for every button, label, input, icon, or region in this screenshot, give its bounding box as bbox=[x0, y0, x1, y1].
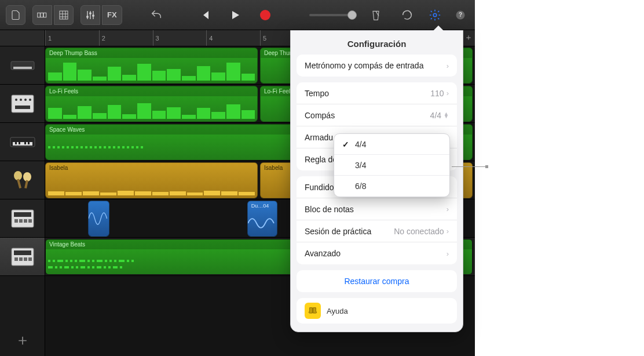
grid-button[interactable] bbox=[54, 5, 74, 25]
help-row[interactable]: Ayuda bbox=[297, 298, 457, 324]
track-headers-column: ＋ bbox=[0, 30, 45, 356]
svg-rect-27 bbox=[24, 180, 28, 188]
stepper-icon: ▲▼ bbox=[444, 112, 449, 118]
tempo-value: 110 bbox=[430, 89, 444, 98]
track-header[interactable] bbox=[0, 238, 45, 276]
notepad-row[interactable]: Bloc de notas › bbox=[297, 198, 457, 220]
svg-rect-22 bbox=[24, 142, 26, 144]
top-toolbar: FX ? bbox=[0, 0, 475, 30]
midi-notes bbox=[48, 61, 255, 81]
tempo-row[interactable]: Tempo 110› bbox=[297, 82, 457, 104]
popover-title: Configuración bbox=[297, 39, 457, 49]
svg-rect-12 bbox=[12, 95, 34, 112]
chevron-right-icon: › bbox=[447, 61, 449, 70]
settings-group: Metrónomo y compás de entrada › bbox=[297, 55, 457, 77]
track-header[interactable] bbox=[0, 85, 45, 123]
row-label: Sesión de práctica bbox=[305, 227, 371, 236]
session-value: No conectado bbox=[394, 227, 444, 236]
svg-rect-38 bbox=[24, 257, 27, 261]
svg-rect-21 bbox=[19, 142, 20, 144]
dropdown-option[interactable]: 3/4 bbox=[334, 155, 449, 176]
svg-rect-11 bbox=[13, 67, 32, 69]
fx-button[interactable]: FX bbox=[102, 5, 122, 25]
record-button[interactable] bbox=[257, 6, 274, 24]
metronome-row[interactable]: Metrónomo y compás de entrada › bbox=[297, 55, 457, 77]
ruler-mark: 2 bbox=[99, 30, 105, 46]
row-label: Metrónomo y compás de entrada bbox=[305, 61, 423, 70]
svg-rect-2 bbox=[43, 13, 46, 17]
svg-point-6 bbox=[92, 14, 94, 17]
settings-icon[interactable] bbox=[426, 6, 444, 24]
svg-rect-37 bbox=[19, 257, 23, 261]
synth-bass-icon bbox=[7, 52, 38, 79]
browser-button[interactable] bbox=[32, 5, 52, 25]
region-label: Isabela bbox=[46, 163, 257, 173]
callout-pointer bbox=[452, 166, 486, 167]
loop-icon[interactable] bbox=[398, 6, 416, 24]
chevron-right-icon: › bbox=[447, 89, 449, 97]
svg-point-26 bbox=[23, 172, 31, 181]
midi-notes bbox=[48, 176, 255, 195]
svg-point-24 bbox=[14, 171, 22, 180]
svg-point-14 bbox=[20, 99, 22, 101]
undo-button[interactable] bbox=[148, 6, 165, 24]
ruler-mark: 5 bbox=[260, 30, 266, 46]
midi-region[interactable]: Lo-Fi Feels bbox=[45, 86, 258, 122]
region-label: Deep Thump Bass bbox=[46, 48, 257, 58]
row-label: Tempo bbox=[305, 89, 329, 98]
midi-region[interactable]: Deep Thump Bass bbox=[45, 48, 258, 83]
add-section-icon[interactable]: ＋ bbox=[464, 32, 473, 43]
svg-point-13 bbox=[15, 99, 17, 101]
settings-group: Restaurar compra bbox=[297, 270, 457, 292]
row-label: Compás bbox=[305, 111, 335, 120]
play-button[interactable] bbox=[226, 6, 244, 24]
svg-rect-32 bbox=[24, 219, 27, 223]
ruler-mark: 1 bbox=[45, 30, 52, 46]
svg-rect-3 bbox=[60, 11, 68, 19]
track-header[interactable] bbox=[0, 161, 45, 199]
mixer-button[interactable] bbox=[80, 5, 100, 25]
svg-rect-17 bbox=[15, 106, 30, 109]
metronome-icon[interactable] bbox=[367, 6, 385, 24]
midi-notes bbox=[48, 99, 255, 119]
row-label: Ayuda bbox=[327, 307, 348, 315]
audio-region[interactable] bbox=[88, 201, 109, 237]
ruler-mark: 3 bbox=[153, 30, 159, 46]
sampler-icon bbox=[7, 244, 38, 270]
midi-region[interactable]: Isabela bbox=[45, 162, 258, 198]
svg-point-4 bbox=[86, 16, 89, 18]
chevron-right-icon: › bbox=[447, 227, 449, 235]
svg-point-5 bbox=[89, 12, 92, 14]
jam-session-row[interactable]: Sesión de práctica No conectado› bbox=[297, 220, 457, 242]
go-to-start-button[interactable] bbox=[196, 6, 214, 24]
dropdown-option[interactable]: 6/8 bbox=[334, 176, 449, 197]
svg-rect-33 bbox=[28, 219, 32, 223]
svg-point-16 bbox=[29, 99, 31, 101]
audio-region[interactable]: Du…04 bbox=[247, 201, 277, 237]
svg-rect-30 bbox=[14, 219, 18, 223]
compas-row[interactable]: Compás 4/4▲▼ bbox=[297, 104, 457, 126]
svg-point-7 bbox=[433, 13, 437, 17]
restore-purchase-button[interactable]: Restaurar compra bbox=[297, 270, 457, 292]
track-header[interactable] bbox=[0, 123, 45, 161]
dropdown-option[interactable]: 4/4 bbox=[334, 134, 449, 155]
svg-rect-29 bbox=[14, 212, 31, 217]
advanced-row[interactable]: Avanzado › bbox=[297, 242, 457, 264]
track-header[interactable] bbox=[0, 46, 45, 85]
my-songs-button[interactable] bbox=[6, 5, 25, 25]
add-track-button[interactable]: ＋ bbox=[0, 324, 45, 356]
region-label: Lo-Fi Feels bbox=[46, 86, 257, 96]
svg-rect-39 bbox=[28, 257, 32, 261]
region-label: Du…04 bbox=[248, 201, 277, 210]
track-header[interactable] bbox=[0, 199, 45, 238]
svg-rect-20 bbox=[15, 142, 17, 144]
svg-rect-35 bbox=[14, 250, 31, 255]
help-icon[interactable]: ? bbox=[452, 6, 469, 24]
drum-machine-icon bbox=[7, 90, 38, 117]
row-label: Regla de bbox=[305, 155, 337, 164]
svg-rect-23 bbox=[28, 142, 30, 144]
compas-dropdown: 4/4 3/4 6/8 bbox=[334, 133, 450, 197]
row-label: Armadu bbox=[305, 133, 333, 142]
volume-slider[interactable] bbox=[309, 14, 352, 16]
settings-group: Ayuda bbox=[297, 298, 457, 324]
